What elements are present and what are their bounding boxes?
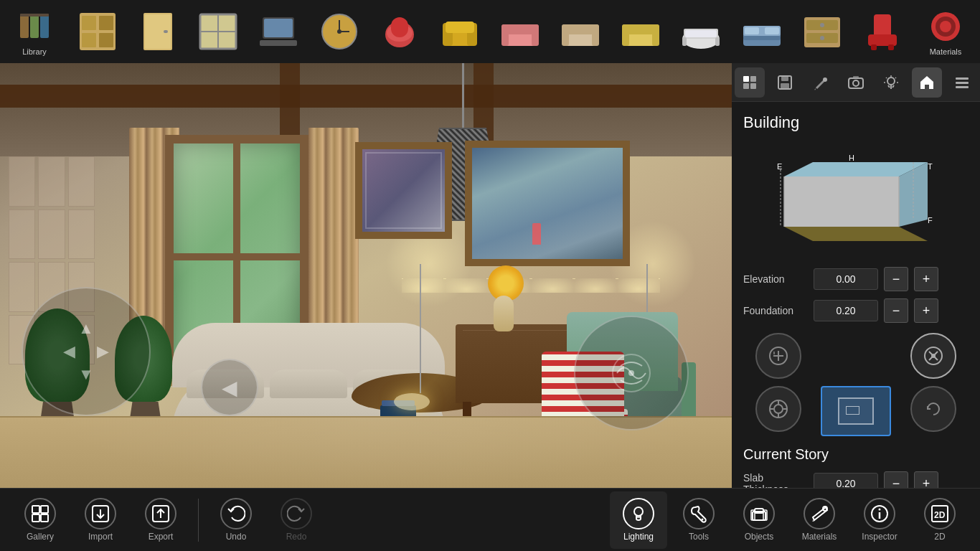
rp-camera-button[interactable] (841, 67, 871, 98)
right-panel-content[interactable]: Building T F E H (732, 102, 980, 488)
tools-label: Tools (689, 532, 709, 542)
svg-rect-49 (745, 27, 759, 34)
svg-point-95 (774, 405, 783, 413)
furniture-window[interactable] (189, 3, 247, 60)
rp-light-button[interactable] (876, 67, 906, 98)
cushion-2 (270, 369, 347, 398)
export-button[interactable]: Export (132, 491, 189, 549)
redo-label: Redo (286, 532, 307, 542)
elevation-increment[interactable]: + (914, 267, 938, 291)
slab-thickness-row: Slab Thickness − + (743, 471, 969, 488)
furniture-red-chair[interactable] (371, 3, 428, 60)
svg-text:T: T (928, 162, 933, 171)
slab-increment[interactable]: + (914, 471, 938, 488)
room-scene: ▲ ◀ ▶ ▼ ◀ (0, 63, 732, 488)
nav-arrow-right: ▶ (97, 342, 109, 361)
nav-joystick-left[interactable]: ▲ ◀ ▶ ▼ (22, 287, 151, 416)
library-button[interactable]: Library (6, 3, 63, 60)
scallop-lights (402, 278, 660, 293)
import-button[interactable]: Import (72, 491, 129, 549)
svg-rect-50 (765, 27, 779, 34)
tools-icon (683, 498, 715, 529)
lighting-button[interactable]: Lighting (610, 491, 667, 549)
materials-label: Materials (802, 532, 837, 542)
svg-rect-48 (743, 36, 781, 40)
elevation-decrement[interactable]: − (884, 267, 908, 291)
rp-select-button[interactable] (735, 67, 765, 98)
furniture-yellow-armchair[interactable] (431, 3, 489, 60)
furniture-door[interactable] (129, 3, 187, 60)
svg-rect-71 (781, 83, 789, 89)
svg-rect-6 (99, 16, 113, 30)
elevation-input[interactable] (814, 268, 878, 290)
materials-button[interactable]: Materials (791, 491, 848, 549)
inspector-icon (864, 498, 895, 529)
objects-label: Objects (745, 532, 774, 542)
svg-rect-77 (956, 77, 969, 80)
furniture-yellow-sofa[interactable] (612, 3, 669, 60)
slab-thickness-input[interactable] (814, 473, 878, 488)
redo-icon (281, 498, 312, 529)
rp-home-button[interactable] (912, 67, 942, 98)
library-label: Library (22, 47, 47, 56)
current-story-title: Current Story (743, 446, 969, 463)
furniture-beige-sofa[interactable] (552, 3, 609, 60)
rotate-button[interactable] (910, 386, 956, 432)
rp-list-button[interactable] (947, 67, 977, 98)
nav-orbit-control[interactable] (574, 316, 689, 430)
tools-button[interactable]: Tools (670, 491, 727, 549)
floor-lamp-left (411, 264, 430, 410)
svg-point-93 (931, 354, 936, 358)
furniture-red-chair-2[interactable] (854, 3, 911, 60)
svg-rect-68 (750, 83, 756, 89)
foundation-input[interactable] (814, 300, 878, 321)
svg-rect-36 (592, 24, 599, 46)
furniture-bathtub[interactable] (672, 3, 730, 60)
slab-decrement[interactable]: − (884, 471, 908, 488)
foundation-increment[interactable]: + (914, 298, 938, 323)
svg-point-110 (702, 519, 704, 521)
svg-rect-58 (871, 44, 877, 50)
objects-button[interactable]: Objects (730, 491, 788, 549)
transform-button[interactable] (910, 333, 956, 379)
vase-flowers (491, 265, 524, 331)
right-panel: Building T F E H (732, 63, 980, 488)
foundation-decrement[interactable]: − (884, 298, 908, 323)
furniture-pink-sofa[interactable] (491, 3, 549, 60)
select-obj-button[interactable] (755, 386, 801, 432)
furniture-clock[interactable] (311, 3, 368, 60)
svg-rect-67 (743, 83, 749, 89)
furniture-bookcase[interactable] (69, 3, 126, 60)
nav-center-icon: ◀ (222, 376, 237, 400)
furniture-laptop[interactable] (250, 3, 307, 60)
undo-button[interactable]: Undo (207, 491, 265, 549)
gallery-button[interactable]: Gallery (11, 491, 69, 549)
bottom-tool-group-right: Lighting Tools Objects Materials (610, 491, 969, 549)
svg-rect-57 (868, 34, 897, 46)
main-viewport[interactable]: ▲ ◀ ▶ ▼ ◀ (0, 63, 732, 488)
svg-rect-39 (622, 24, 629, 46)
vase-body (494, 296, 514, 331)
inspector-button[interactable]: Inspector (851, 491, 908, 549)
furniture-bed[interactable] (733, 3, 791, 60)
bottom-tool-group-left: Gallery Import Export Undo (11, 491, 325, 549)
svg-rect-35 (562, 24, 569, 46)
furniture-dresser[interactable] (793, 3, 851, 60)
rp-paint-button[interactable] (806, 67, 836, 98)
nav-button-center[interactable]: ◀ (201, 359, 258, 416)
building-title: Building (743, 113, 969, 132)
undo-icon (220, 498, 252, 529)
orbit-icon (610, 352, 653, 395)
2d-label: 2D (934, 532, 945, 542)
pendant-wire (462, 63, 464, 128)
rp-save-button[interactable] (770, 67, 800, 98)
materials-button-top[interactable]: Materials (917, 3, 974, 60)
svg-point-72 (823, 77, 827, 82)
floor-plan-selected[interactable] (821, 386, 891, 436)
redo-button[interactable]: Redo (268, 491, 325, 549)
2d-button[interactable]: 2D 2D (911, 491, 969, 549)
svg-rect-0 (20, 15, 29, 38)
add-3d-button[interactable] (755, 333, 801, 379)
slab-thickness-label: Slab Thickness (743, 472, 808, 488)
svg-point-76 (887, 77, 895, 85)
